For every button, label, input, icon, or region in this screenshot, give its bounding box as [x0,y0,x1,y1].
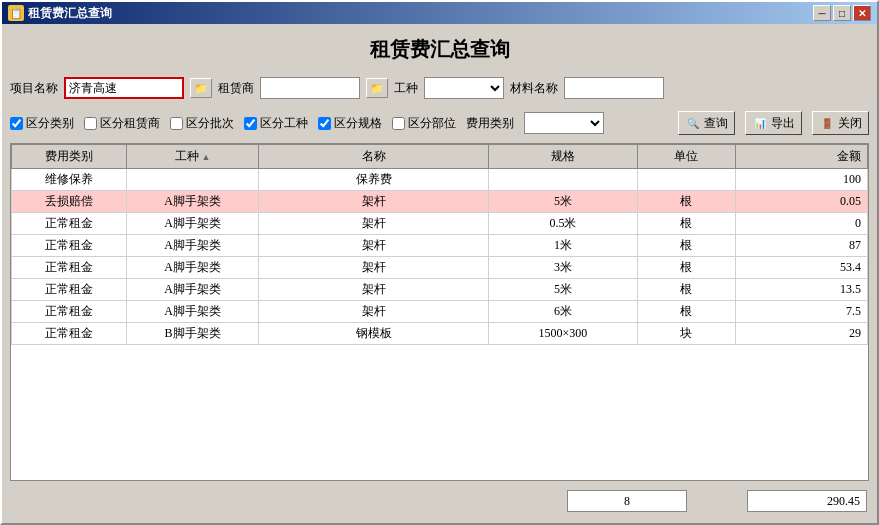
export-icon: 📊 [752,116,768,130]
checkbox-zulinshang-input[interactable] [84,117,97,130]
table-cell: 5米 [489,279,637,301]
checkbox-gongzhong[interactable]: 区分工种 [244,115,308,132]
supplier-folder-button[interactable]: 📁 [366,78,388,98]
table-row[interactable]: 正常租金A脚手架类架杆1米根87 [12,235,868,257]
material-label: 材料名称 [510,80,558,97]
table-cell: 正常租金 [12,213,127,235]
window-title: 租赁费汇总查询 [28,5,112,22]
table-cell: 保养费 [258,169,488,191]
title-bar-left: 📋 租赁费汇总查询 [8,5,112,22]
query-button[interactable]: 🔍 查询 [678,111,735,135]
table-cell: 维修保养 [12,169,127,191]
checkbox-row: 区分类别 区分租赁商 区分批次 区分工种 区分规格 区分部位 费 [10,109,869,137]
checkbox-fenlei-input[interactable] [10,117,23,130]
table-cell: 3米 [489,257,637,279]
project-input[interactable] [64,77,184,99]
content-area: 租赁费汇总查询 项目名称 📁 租赁商 📁 工种 材料名称 区分类别 区分 [2,24,877,523]
table-cell [637,169,736,191]
col-header-gongzhong[interactable]: 工种 ▲ [127,145,259,169]
checkbox-guige-input[interactable] [318,117,331,130]
footer-count: 8 [624,494,630,509]
close-button[interactable]: 🚪 关闭 [812,111,869,135]
table-cell: A脚手架类 [127,191,259,213]
minimize-button[interactable]: ─ [813,5,831,21]
table-cell [489,169,637,191]
query-label: 查询 [704,115,728,132]
table-cell: 架杆 [258,257,488,279]
footer-count-box: 8 [567,490,687,512]
table-cell: 1米 [489,235,637,257]
col-header-feiyong[interactable]: 费用类别 [12,145,127,169]
checkbox-buwei[interactable]: 区分部位 [392,115,456,132]
table-row[interactable]: 正常租金A脚手架类架杆5米根13.5 [12,279,868,301]
worktype-select[interactable] [424,77,504,99]
checkbox-zulinshang-label: 区分租赁商 [100,115,160,132]
supplier-input[interactable] [260,77,360,99]
table-cell: 正常租金 [12,301,127,323]
worktype-label: 工种 [394,80,418,97]
checkbox-buwei-label: 区分部位 [408,115,456,132]
checkbox-fenlei[interactable]: 区分类别 [10,115,74,132]
table-cell: 架杆 [258,301,488,323]
window-icon: 📋 [8,5,24,21]
checkbox-buwei-input[interactable] [392,117,405,130]
table-cell: 6米 [489,301,637,323]
table-row[interactable]: 正常租金B脚手架类钢模板1500×300块29 [12,323,868,345]
title-bar: 📋 租赁费汇总查询 ─ □ ✕ [2,2,877,24]
table-row[interactable]: 维修保养保养费100 [12,169,868,191]
checkbox-pici[interactable]: 区分批次 [170,115,234,132]
feiyong-label: 费用类别 [466,115,514,132]
data-table: 费用类别 工种 ▲ 名称 规格 单位 金额 维修保养保养费100丢损赔偿A脚手架… [11,144,868,345]
col-header-jine[interactable]: 金额 [736,145,868,169]
footer-area: 8 290.45 [10,487,869,515]
project-folder-button[interactable]: 📁 [190,78,212,98]
footer-sum-box: 290.45 [747,490,867,512]
col-header-danwei[interactable]: 单位 [637,145,736,169]
table-cell: 架杆 [258,235,488,257]
checkbox-zulinshang[interactable]: 区分租赁商 [84,115,160,132]
checkbox-pici-input[interactable] [170,117,183,130]
page-title: 租赁费汇总查询 [10,32,869,67]
close-window-button[interactable]: ✕ [853,5,871,21]
table-cell: 100 [736,169,868,191]
table-cell: 87 [736,235,868,257]
table-row[interactable]: 丢损赔偿A脚手架类架杆5米根0.05 [12,191,868,213]
table-cell: A脚手架类 [127,213,259,235]
table-cell: A脚手架类 [127,235,259,257]
table-cell: A脚手架类 [127,301,259,323]
maximize-button[interactable]: □ [833,5,851,21]
table-cell: 0.5米 [489,213,637,235]
table-cell: 7.5 [736,301,868,323]
material-input[interactable] [564,77,664,99]
table-cell: 根 [637,213,736,235]
sort-arrow-icon: ▲ [202,152,211,162]
table-cell: 正常租金 [12,279,127,301]
export-button[interactable]: 📊 导出 [745,111,802,135]
checkbox-gongzhong-label: 区分工种 [260,115,308,132]
table-cell: 根 [637,235,736,257]
table-cell: B脚手架类 [127,323,259,345]
table-cell: 1500×300 [489,323,637,345]
checkbox-guige-label: 区分规格 [334,115,382,132]
table-row[interactable]: 正常租金A脚手架类架杆3米根53.4 [12,257,868,279]
table-cell: 架杆 [258,213,488,235]
table-cell: 5米 [489,191,637,213]
table-cell: 块 [637,323,736,345]
table-cell: 0.05 [736,191,868,213]
table-cell: 0 [736,213,868,235]
close-label: 关闭 [838,115,862,132]
main-window: 📋 租赁费汇总查询 ─ □ ✕ 租赁费汇总查询 项目名称 📁 租赁商 📁 工种 … [0,0,879,525]
supplier-label: 租赁商 [218,80,254,97]
col-header-mingcheng[interactable]: 名称 [258,145,488,169]
table-cell: 正常租金 [12,323,127,345]
table-cell: 根 [637,279,736,301]
col-header-guige[interactable]: 规格 [489,145,637,169]
table-row[interactable]: 正常租金A脚手架类架杆0.5米根0 [12,213,868,235]
table-cell: 正常租金 [12,257,127,279]
footer-total: 290.45 [827,494,860,509]
table-row[interactable]: 正常租金A脚手架类架杆6米根7.5 [12,301,868,323]
checkbox-guige[interactable]: 区分规格 [318,115,382,132]
feiyong-select[interactable] [524,112,604,134]
checkbox-gongzhong-input[interactable] [244,117,257,130]
table-cell [127,169,259,191]
